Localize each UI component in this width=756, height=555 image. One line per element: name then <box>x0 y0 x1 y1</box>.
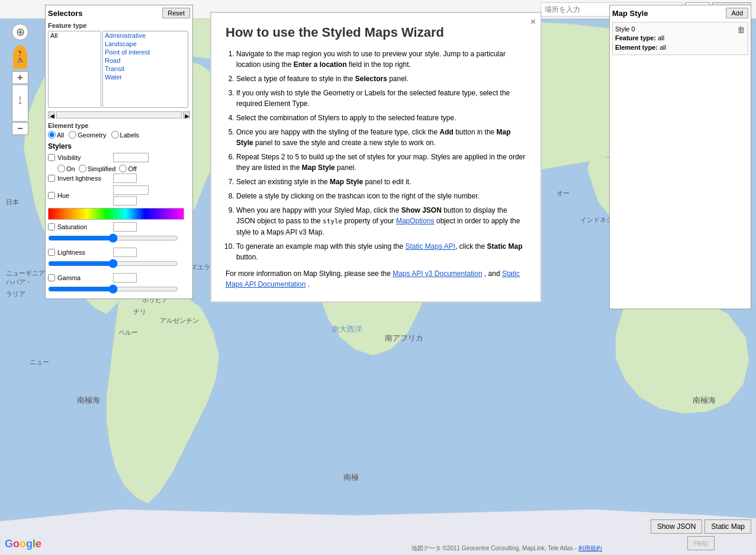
saturation-slider[interactable] <box>48 234 178 242</box>
wizard-footer-mid: , and <box>484 270 500 278</box>
saturation-input[interactable] <box>113 222 137 232</box>
svg-text:南極: 南極 <box>343 473 359 482</box>
wizard-step-8: Delete a style by clicking on the trashc… <box>236 191 526 201</box>
feature-type-label: Feature type <box>48 22 190 29</box>
pan-control[interactable]: ⊕ <box>12 24 28 40</box>
wizard-close-button[interactable]: × <box>530 17 536 27</box>
street-view-icon[interactable]: 🚶 <box>13 45 27 69</box>
wizard-step-7: Select an existing style in the Map Styl… <box>236 177 526 187</box>
help-row: Help <box>651 536 751 550</box>
svg-text:南アフリカ: 南アフリカ <box>385 333 423 342</box>
element-labels-radio[interactable] <box>111 131 119 139</box>
svg-text:オー: オー <box>556 190 570 197</box>
stylers-title: Stylers <box>48 142 190 150</box>
invert-lightness-input[interactable] <box>113 174 137 183</box>
feature-type-select[interactable]: AdministrativeLandscapePoint of interest… <box>102 31 188 108</box>
feature-all-select[interactable]: All <box>48 31 101 108</box>
wizard-footer-end: . <box>308 280 310 288</box>
svg-text:南極海: 南極海 <box>693 396 716 405</box>
saturation-checkbox[interactable] <box>48 223 55 230</box>
show-json-button[interactable]: Show JSON <box>651 519 702 534</box>
maps-api-doc-link[interactable]: Maps API v3 Documentation <box>393 270 482 278</box>
help-button[interactable]: Help <box>687 536 715 550</box>
visibility-off-radio[interactable] <box>119 165 127 172</box>
wizard-footer: For more information on Map Styling, ple… <box>226 268 526 290</box>
element-type-radios: All Geometry Labels <box>48 131 190 139</box>
wizard-dialog: × How to use the Styled Maps Wizard Navi… <box>210 12 542 303</box>
lightness-checkbox[interactable] <box>48 249 55 256</box>
svg-text:ペルー: ペルー <box>118 329 138 336</box>
horizontal-scrollbar[interactable] <box>56 111 182 118</box>
invert-lightness-checkbox[interactable] <box>48 175 55 182</box>
wizard-step-1: Navigate to the map region you wish to u… <box>236 49 526 70</box>
element-type-section: Element type All Geometry Labels <box>48 122 190 139</box>
wizard-step-4: Select the combination of Stylers to app… <box>236 113 526 123</box>
zoom-out-button[interactable]: − <box>12 122 28 135</box>
scroll-left-btn[interactable]: ◄ <box>48 111 55 118</box>
svg-text:日本: 日本 <box>6 198 19 206</box>
static-map-button[interactable]: Static Map <box>704 519 751 534</box>
gamma-label: Gamma <box>57 274 111 281</box>
invert-lightness-row: Invert lightness <box>48 174 190 183</box>
selectors-header: Selectors Reset <box>48 8 190 18</box>
wizard-title: How to use the Styled Maps Wizard <box>226 25 526 40</box>
map-options-link[interactable]: MapOptions <box>396 217 435 225</box>
hue-inputs <box>113 185 149 206</box>
visibility-input[interactable] <box>113 153 149 162</box>
visibility-row: Visibility <box>48 153 190 162</box>
hue-checkbox[interactable] <box>48 192 55 199</box>
visibility-checkbox[interactable] <box>48 154 55 161</box>
svg-text:南大西洋: 南大西洋 <box>332 325 362 333</box>
svg-text:ニュー: ニュー <box>30 358 49 365</box>
visibility-simplified-radio[interactable] <box>79 165 86 172</box>
svg-text:ハパア・: ハパア・ <box>5 278 32 285</box>
visibility-off-label[interactable]: Off <box>119 165 136 172</box>
wizard-footer-text: For more information on Map Styling, ple… <box>226 270 391 278</box>
map-style-scroll[interactable]: Style 0 Feature type: all Element type: … <box>612 22 748 306</box>
feature-type-container: All AdministrativeLandscapePoint of inte… <box>48 31 190 108</box>
svg-text:ラリア: ラリア <box>6 290 25 297</box>
action-btn-row: Show JSON Static Map <box>651 519 751 534</box>
visibility-radios: On Simplified Off <box>57 165 190 172</box>
lightness-input[interactable] <box>113 248 137 257</box>
wizard-step-10: To generate an example map with this sty… <box>236 241 526 262</box>
lightness-label: Lightness <box>57 249 111 256</box>
gamma-checkbox[interactable] <box>48 274 55 281</box>
gamma-slider[interactable] <box>48 285 178 293</box>
svg-text:ニューギニア: ニューギニア <box>6 270 45 277</box>
terms-link[interactable]: 利用規約 <box>578 545 602 551</box>
scroll-right-btn[interactable]: ► <box>183 111 190 118</box>
element-geometry-label[interactable]: Geometry <box>69 131 106 139</box>
element-geometry-radio[interactable] <box>69 131 76 139</box>
reset-button[interactable]: Reset <box>162 8 190 18</box>
map-style-panel: Map Style Add Style 0 Feature type: all … <box>609 5 751 309</box>
lightness-row: Lightness <box>48 248 190 257</box>
hue-section: Hue <box>48 185 190 220</box>
element-all-label[interactable]: All <box>48 131 64 139</box>
hue-color-bar[interactable] <box>48 208 184 220</box>
element-type-label: Element type <box>48 122 190 129</box>
lightness-slider[interactable] <box>48 259 178 268</box>
wizard-step-9: When you are happy with your Styled Map,… <box>236 205 526 238</box>
style-item-0[interactable]: Style 0 Feature type: all Element type: … <box>612 22 748 55</box>
trash-icon[interactable]: 🗑 <box>737 25 745 34</box>
saturation-slider-container <box>48 234 190 244</box>
visibility-simplified-label[interactable]: Simplified <box>79 165 116 172</box>
visibility-on-radio[interactable] <box>57 165 65 172</box>
visibility-on-label[interactable]: On <box>57 165 75 172</box>
zoom-in-button[interactable]: + <box>12 71 28 84</box>
static-maps-api-link[interactable]: Static Maps API <box>406 242 456 251</box>
map-controls: ⊕ 🚶 + − <box>12 24 28 135</box>
wizard-step-5: Once you are happy with the styling of t… <box>236 127 526 148</box>
map-style-buttons: Show JSON Static Map Help <box>651 519 751 550</box>
gamma-input[interactable] <box>113 273 137 283</box>
wizard-step-2: Select a type of feature to style in the… <box>236 73 526 84</box>
wizard-step-6: Repeat Steps 2 to 5 to build up the set … <box>236 152 526 173</box>
element-all-radio[interactable] <box>48 131 56 139</box>
hue-label: Hue <box>57 192 111 199</box>
element-labels-label[interactable]: Labels <box>111 131 139 139</box>
wizard-step-3: If you only wish to style the Geometry o… <box>236 88 526 109</box>
hue-hex-input[interactable] <box>113 185 149 195</box>
hue-value-input[interactable] <box>113 196 137 206</box>
add-button[interactable]: Add <box>726 8 748 18</box>
